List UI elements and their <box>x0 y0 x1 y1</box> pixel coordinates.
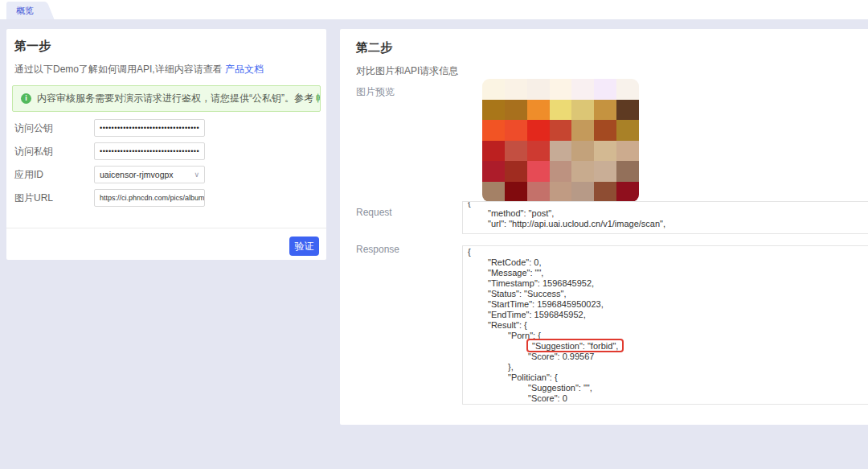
step1-intro-text: 通过以下Demo了解如何调用API,详细内容请查看 <box>14 64 225 75</box>
mosaic-cell <box>550 182 572 203</box>
app-id-label: 应用ID <box>14 166 91 183</box>
mosaic-cell <box>550 100 572 121</box>
step1-title: 第一步 <box>14 39 51 54</box>
app-id-value: uaicensor-rjmvogpx <box>100 170 174 179</box>
image-preview-label: 图片预览 <box>356 85 395 99</box>
mosaic-cell <box>571 79 594 100</box>
info-icon: i <box>21 93 31 104</box>
mosaic-cell <box>594 182 616 203</box>
request-label: Request <box>356 207 392 218</box>
response-code-box: {"RetCode": 0,"Message": "","Timestamp":… <box>462 245 868 405</box>
code-line: "Score": 0 <box>463 393 868 404</box>
response-label: Response <box>356 244 399 255</box>
tab-overview[interactable]: 概览 <box>6 2 43 19</box>
mosaic-cell <box>616 100 639 121</box>
code-line: "RetCode": 0, <box>463 257 868 268</box>
step1-intro: 通过以下Demo了解如何调用API,详细内容请查看 产品文档 <box>14 63 264 76</box>
code-line: "EndTime": 1596845952, <box>463 310 868 320</box>
mosaic-cell <box>482 141 505 162</box>
mosaic-cell <box>482 120 505 141</box>
footer-divider <box>6 228 326 228</box>
code-line: } <box>463 404 868 405</box>
mosaic-cell <box>527 141 550 162</box>
product-docs-link[interactable]: 产品文档 <box>225 64 264 75</box>
mosaic-cell <box>505 182 527 203</box>
code-line: "method": "post", <box>463 208 868 219</box>
mosaic-cell <box>527 182 550 203</box>
code-line: "url": "http://api.uai.ucloud.cn/v1/imag… <box>463 219 868 229</box>
auth-alert-text: 内容审核服务需要对演示请求进行鉴权，请您提供“公私钥”。参考 <box>37 93 316 104</box>
mosaic-cell <box>482 161 505 182</box>
public-key-field[interactable]: •••••••••••••••••••••••••••••••••• <box>94 119 205 137</box>
image-preview-mosaic <box>482 79 639 202</box>
mosaic-cell <box>550 161 572 182</box>
code-line: "Politician": { <box>463 372 868 383</box>
mosaic-cell <box>482 79 505 100</box>
mosaic-cell <box>550 141 572 162</box>
public-key-label: 访问公钥 <box>14 119 91 137</box>
mosaic-cell <box>527 161 550 182</box>
mosaic-cell <box>505 161 527 182</box>
code-line: { <box>463 201 868 208</box>
forbid-highlight: "Suggestion": "forbid", <box>528 341 622 351</box>
mosaic-cell <box>594 161 616 182</box>
code-line: "Suggestion": "", <box>463 383 868 393</box>
mosaic-cell <box>550 79 572 100</box>
key-guide-link[interactable]: 帐户公私钥获取 <box>316 93 321 104</box>
form-row-app-id: 应用ID uaicensor-rjmvogpx ∨ <box>14 166 318 183</box>
form-row-image-url: 图片URL https://ci.phncdn.com/pics/albums/ <box>14 189 318 207</box>
chevron-down-icon: ∨ <box>194 167 199 183</box>
mosaic-cell <box>571 161 594 182</box>
code-line: "Status": "Success", <box>463 289 868 299</box>
tab-overview-label: 概览 <box>6 2 43 19</box>
mosaic-cell <box>527 100 550 121</box>
request-code-box: {"method": "post","url": "http://api.uai… <box>462 201 868 234</box>
mosaic-cell <box>482 100 505 121</box>
verify-button[interactable]: 验证 <box>289 237 319 256</box>
private-key-label: 访问私钥 <box>14 142 91 160</box>
mosaic-cell <box>527 79 550 100</box>
mosaic-cell <box>482 182 505 203</box>
top-tab-bar: 概览 <box>0 0 868 19</box>
mosaic-cell <box>505 141 527 162</box>
mosaic-cell <box>594 100 616 121</box>
mosaic-cell <box>571 141 594 162</box>
form-row-private-key: 访问私钥 •••••••••••••••••••••••••••••••••• <box>14 142 318 160</box>
private-key-field[interactable]: •••••••••••••••••••••••••••••••••• <box>94 142 205 160</box>
mosaic-cell <box>505 79 527 100</box>
mosaic-cell <box>616 120 639 141</box>
mosaic-cell <box>594 141 616 162</box>
auth-alert: i内容审核服务需要对演示请求进行鉴权，请您提供“公私钥”。参考 帐户公私钥获取 <box>12 85 321 112</box>
mosaic-cell <box>505 100 527 121</box>
mosaic-cell <box>594 79 616 100</box>
mosaic-cell <box>616 79 639 100</box>
code-line: "Porn": { <box>463 331 868 341</box>
step2-title: 第二步 <box>356 40 392 56</box>
code-line: }, <box>463 362 868 372</box>
code-line: "Result": { <box>463 320 868 331</box>
image-url-field[interactable]: https://ci.phncdn.com/pics/albums/ <box>94 189 205 207</box>
mosaic-cell <box>571 100 594 121</box>
credentials-form: 访问公钥 •••••••••••••••••••••••••••••••••• … <box>14 119 318 212</box>
mosaic-cell <box>616 141 639 162</box>
mosaic-cell <box>571 182 594 203</box>
code-line: "StartTime": 1596845950023, <box>463 299 868 310</box>
code-line: "Score": 0.99567 <box>463 352 868 362</box>
mosaic-cell <box>550 120 572 141</box>
code-line: { <box>463 247 868 257</box>
mosaic-cell <box>616 182 639 203</box>
step1-panel: 第一步 通过以下Demo了解如何调用API,详细内容请查看 产品文档 i内容审核… <box>6 29 326 260</box>
step2-subtitle: 对比图片和API请求信息 <box>356 64 458 78</box>
mosaic-cell <box>594 120 616 141</box>
code-line: "Message": "", <box>463 268 868 278</box>
mosaic-cell <box>527 120 550 141</box>
response-code: {"RetCode": 0,"Message": "","Timestamp":… <box>463 246 868 405</box>
form-row-public-key: 访问公钥 •••••••••••••••••••••••••••••••••• <box>14 119 318 137</box>
app-id-select[interactable]: uaicensor-rjmvogpx ∨ <box>94 166 205 183</box>
request-code: {"method": "post","url": "http://api.uai… <box>463 201 868 229</box>
code-line: "Suggestion": "forbid", <box>463 341 868 352</box>
code-line: "Timestamp": 1596845952, <box>463 278 868 289</box>
step2-panel: 第二步 对比图片和API请求信息 图片预览 Request {"method":… <box>340 29 868 425</box>
mosaic-cell <box>505 120 527 141</box>
image-url-label: 图片URL <box>14 189 91 207</box>
